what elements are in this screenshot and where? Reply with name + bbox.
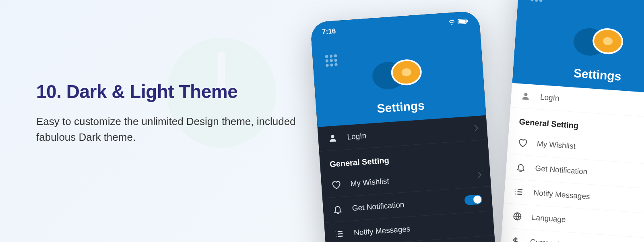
hero-image (367, 51, 429, 91)
phone-mockup-dark: 7:16 Settings LogIn General Setting My W… (310, 10, 503, 242)
list-icon (514, 187, 524, 197)
feature-description: Easy to customize the unlimited Design t… (36, 114, 310, 145)
dark-hero: 7:16 Settings (310, 10, 486, 127)
svg-point-5 (325, 55, 328, 58)
login-label: LogIn (347, 125, 463, 142)
svg-point-32 (524, 93, 528, 96)
light-hero: Settings (512, 0, 644, 95)
currencies-label: Currencies (530, 238, 644, 242)
feature-heading: 10. Dark & Light Theme (36, 81, 310, 102)
heart-icon (331, 179, 341, 190)
heart-icon (517, 138, 528, 148)
hero-image (569, 19, 632, 59)
app-logo-icon (527, 0, 546, 5)
svg-point-25 (530, 0, 534, 2)
chevron-right-icon (475, 171, 481, 178)
globe-icon (512, 211, 523, 222)
user-icon (328, 133, 338, 144)
list-icon (334, 229, 345, 239)
svg-point-6 (330, 54, 333, 58)
svg-point-11 (326, 64, 329, 67)
notify-messages-label: Notify Messages (533, 188, 644, 207)
bell-icon (516, 162, 526, 173)
notification-label: Get Notification (535, 164, 644, 182)
wifi-icon (448, 18, 456, 28)
svg-point-27 (539, 0, 543, 2)
svg-point-7 (334, 54, 337, 58)
notification-label: Get Notification (352, 197, 455, 213)
svg-point-26 (535, 0, 538, 2)
svg-rect-3 (458, 20, 466, 23)
language-label: Language (531, 213, 644, 231)
user-icon (520, 91, 531, 101)
wishlist-label: My Wishlist (537, 139, 644, 157)
svg-rect-4 (466, 20, 468, 22)
notify-messages-label: Notify Messages (353, 219, 484, 238)
statusbar: 7:16 (310, 16, 480, 37)
svg-point-12 (330, 63, 333, 67)
bell-icon (332, 204, 343, 215)
svg-point-8 (325, 59, 328, 63)
dark-title: Settings (376, 98, 425, 115)
chevron-right-icon (471, 125, 478, 131)
login-label: LogIn (540, 93, 644, 111)
battery-icon (458, 18, 469, 27)
light-title: Settings (573, 66, 621, 83)
dollar-icon (510, 236, 521, 242)
svg-point-10 (334, 59, 337, 62)
wishlist-label: My Wishlist (350, 171, 466, 188)
svg-point-13 (334, 63, 338, 67)
svg-point-9 (330, 59, 333, 62)
notification-toggle[interactable] (464, 194, 483, 205)
status-time: 7:16 (322, 27, 336, 36)
app-logo-icon (322, 51, 341, 70)
phone-mockup-light: Settings LogIn General Setting My Wishli… (495, 0, 644, 242)
svg-point-18 (331, 135, 334, 138)
